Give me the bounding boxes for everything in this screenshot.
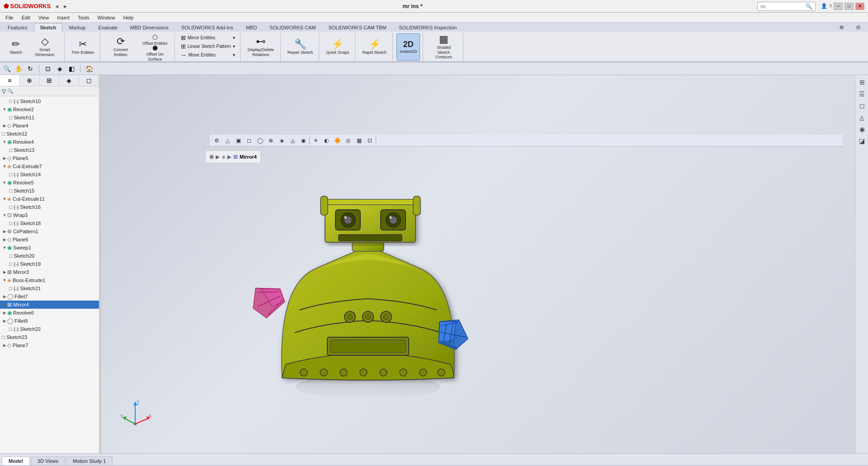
tree-item-fillet7[interactable]: ▶ ◯ Fillet7: [0, 292, 99, 301]
tree-item-revolve2[interactable]: ▼ ◉ Revolve2: [0, 105, 99, 113]
user-icon[interactable]: 👤: [821, 3, 827, 9]
view-standard-button[interactable]: ⊡: [43, 64, 53, 74]
tab-solidworks-cam[interactable]: SOLIDWORKS CAM: [264, 23, 321, 32]
tree-item-revolve4[interactable]: ▼ ◉ Revolve4: [0, 138, 99, 146]
tree-expand-plane7[interactable]: ▶: [2, 343, 7, 348]
tab-3d-views[interactable]: 3D Views: [31, 457, 65, 465]
tree-item-mirror4[interactable]: ▶ ⊠ Mirror4: [0, 301, 99, 309]
tree-expand-cirpattern1[interactable]: ▶: [2, 229, 7, 234]
tree-item-mirror3[interactable]: ▶ ⊠ Mirror3: [0, 268, 99, 276]
tree-expand-revolve2[interactable]: ▼: [2, 107, 7, 112]
view-display-button[interactable]: ◈: [55, 64, 65, 74]
tree-item-sketch13[interactable]: □ Sketch13: [0, 146, 99, 154]
tree-item-sketch22[interactable]: □ (-) Sketch22: [0, 325, 99, 333]
tree-expand-plane4[interactable]: ▶: [2, 123, 7, 128]
sidebar-tab-feature-manager[interactable]: ≡: [0, 75, 20, 86]
sidebar-tab-display-manager[interactable]: ◻: [79, 75, 99, 86]
menu-insert[interactable]: Insert: [53, 14, 73, 21]
display-delete-relations-button[interactable]: ⊷ Display/Delete Relations: [244, 33, 278, 61]
tab-solidworks-inspection[interactable]: SOLIDWORKS Inspection: [393, 23, 463, 32]
rapid-sketch-button[interactable]: ⚡ Rapid Sketch: [359, 33, 390, 61]
help-icon[interactable]: ?: [829, 4, 832, 9]
right-btn-square[interactable]: ◻: [857, 100, 868, 111]
move-entities-button[interactable]: ↔ Move Entities ▾: [179, 51, 237, 59]
tree-expand-fillet7[interactable]: ▶: [2, 294, 7, 299]
view-btn-settings[interactable]: ⚙: [212, 136, 222, 145]
view-3d-button[interactable]: 🏠: [84, 64, 94, 74]
tree-item-revolve5[interactable]: ▼ ◉ Revolve5: [0, 179, 99, 187]
maximize-button[interactable]: □: [844, 3, 854, 10]
smart-dimension-button[interactable]: ◇ Smart Dimension: [28, 33, 61, 61]
tab-model[interactable]: Model: [2, 457, 30, 465]
tree-item-boss-extrude1[interactable]: ▼ ◈ Boss-Extrude1: [0, 276, 99, 284]
nav-arrow-right[interactable]: ►: [63, 4, 68, 9]
tree-expand-mirror3[interactable]: ▶: [2, 270, 7, 274]
tree-item-plane4[interactable]: ▶ ◇ Plane4: [0, 122, 99, 130]
menu-help[interactable]: Help: [120, 14, 137, 21]
tab-evaluate[interactable]: Evaluate: [92, 23, 123, 32]
tree-expand-plane5[interactable]: ▶: [2, 156, 7, 160]
menu-edit[interactable]: Edit: [18, 14, 34, 21]
tree-expand-revolve5[interactable]: ▼: [2, 180, 7, 185]
tree-item-plane5[interactable]: ▶ ◇ Plane5: [0, 154, 99, 162]
tree-expand-mirror4[interactable]: ▶: [2, 302, 7, 307]
tree-expand-revolve4[interactable]: ▼: [2, 140, 7, 144]
repair-sketch-button[interactable]: 🔧 Repair Sketch: [284, 33, 316, 61]
close-button[interactable]: ✕: [855, 3, 864, 10]
linear-sketch-dropdown-icon[interactable]: ▾: [233, 44, 235, 49]
tab-collapse[interactable]: ⊟: [850, 23, 866, 32]
tree-expand-wrap3[interactable]: ▼: [2, 213, 7, 217]
menu-view[interactable]: View: [35, 14, 53, 21]
right-btn-list[interactable]: ☰: [857, 89, 868, 99]
viewport-3d[interactable]: ⚙ △ ▣ ◻ ◯ ⊕ ◈ ◬ ◉ ☀ ◐ 🔶 ◎ ▦ ⊡ ⬟ ▶ ◈ ▶ ⊠ …: [101, 75, 855, 453]
tree-item-revolve6[interactable]: ▶ ◉ Revolve6: [0, 309, 99, 317]
filter-search-icon[interactable]: 🔍: [7, 88, 14, 94]
instant2d-button[interactable]: 2D Instant2D: [396, 33, 420, 61]
tab-mbd-dimensions[interactable]: MBD Dimensions: [124, 23, 175, 32]
convert-entities-button[interactable]: ⟳ Convert Entities: [104, 33, 137, 61]
tree-item-sketch12[interactable]: □ Sketch12: [0, 130, 99, 138]
nav-arrow-left[interactable]: ◄: [54, 4, 59, 9]
shaded-sketch-contours-button[interactable]: ▦ Shaded Sketch Contours: [427, 33, 460, 61]
tree-item-fillet9[interactable]: ▶ ◯ Fillet9: [0, 317, 99, 325]
right-btn-triangle[interactable]: ◬: [857, 112, 868, 123]
tab-expand[interactable]: ⊞: [834, 23, 849, 32]
sidebar-tab-configuration-manager[interactable]: ⊞: [40, 75, 60, 86]
tree-item-sketch21[interactable]: □ (-) Sketch21: [0, 284, 99, 292]
tree-expand-boss-extrude1[interactable]: ▼: [2, 278, 7, 282]
tree-expand-revolve6[interactable]: ▶: [2, 311, 7, 315]
tab-solidworks-addins[interactable]: SOLIDWORKS Add-Ins: [175, 23, 239, 32]
tree-item-sketch19[interactable]: □ (-) Sketch19: [0, 260, 99, 268]
tree-item-sketch14[interactable]: □ (-) Sketch14: [0, 170, 99, 179]
tree-item-sketch20[interactable]: □ Sketch20: [0, 252, 99, 260]
sidebar-tab-property-manager[interactable]: ⊕: [20, 75, 40, 86]
view-rotate-button[interactable]: ↻: [25, 64, 35, 74]
sidebar-tab-dim-xpert[interactable]: ◈: [59, 75, 79, 86]
mirror-dropdown-icon[interactable]: ▾: [233, 35, 235, 40]
view-btn-3d[interactable]: △: [222, 136, 232, 145]
right-btn-half[interactable]: ◪: [857, 136, 868, 146]
tree-item-wrap3[interactable]: ▼ ⊡ Wrap3: [0, 211, 99, 219]
tab-features[interactable]: Features: [2, 23, 33, 32]
view-zoom-button[interactable]: 🔍: [2, 64, 12, 74]
tree-expand-cut-extrude7[interactable]: ▼: [2, 164, 7, 169]
mirror-entities-button[interactable]: ⊠ Mirror Entities ▾: [179, 33, 237, 42]
tree-expand-sweep1[interactable]: ▼: [2, 245, 7, 250]
tree-item-cut-extrude11[interactable]: ▼ ◈ Cut-Extrude11: [0, 195, 99, 203]
sketch-button[interactable]: ✏ Sketch: [5, 33, 27, 61]
menu-file[interactable]: File: [2, 14, 17, 21]
view-pan-button[interactable]: ✋: [14, 64, 24, 74]
right-btn-circle[interactable]: ◉: [857, 124, 868, 135]
tree-item-sketch15[interactable]: □ Sketch15: [0, 187, 99, 195]
tab-motion-study-1[interactable]: Motion Study 1: [66, 457, 113, 465]
view-section-button[interactable]: ◧: [66, 64, 76, 74]
tab-markup[interactable]: Markup: [63, 23, 92, 32]
quick-snaps-button[interactable]: ⚡ Quick Snaps: [323, 33, 352, 61]
offset-on-surface-button[interactable]: ⬢ Offset On Surface: [138, 47, 172, 60]
search-input[interactable]: [760, 4, 806, 9]
tab-mbd[interactable]: MBD: [240, 23, 263, 32]
tree-item-sketch10[interactable]: □ (-) Sketch10: [0, 97, 99, 105]
menu-window[interactable]: Window: [94, 14, 119, 21]
tree-item-sketch11[interactable]: □ Sketch11: [0, 113, 99, 122]
tree-expand-plane6[interactable]: ▶: [2, 237, 7, 242]
